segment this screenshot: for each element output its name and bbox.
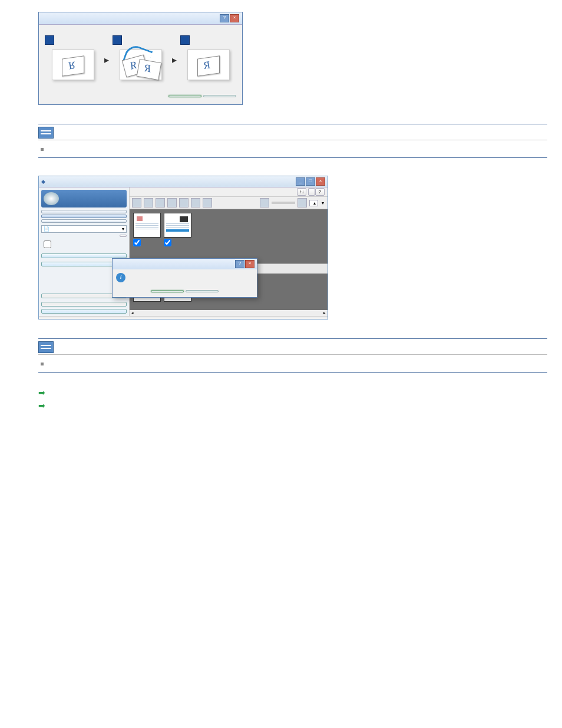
tool-icon[interactable] xyxy=(156,198,165,207)
help-icon[interactable]: ? xyxy=(235,260,244,268)
arrow-icon: ▸ xyxy=(104,54,109,65)
close-icon[interactable]: × xyxy=(245,260,254,268)
arrow-icon: ▸ xyxy=(172,54,177,65)
ok-button[interactable] xyxy=(168,95,201,97)
doctype-combo[interactable]: 📄 ▾ xyxy=(41,225,127,233)
thumbnail-area xyxy=(130,209,328,263)
note-icon xyxy=(38,341,54,353)
info-icon: i xyxy=(116,273,125,282)
thumbnail-2[interactable] xyxy=(164,213,190,246)
minimize-icon[interactable]: _ xyxy=(296,177,305,186)
step-badge-3 xyxy=(180,35,190,45)
maximize-icon[interactable]: □ xyxy=(306,177,315,186)
step-badge-1 xyxy=(45,35,54,45)
specify-button[interactable] xyxy=(120,235,127,237)
step-badge-2 xyxy=(113,35,122,45)
duplex-step-3: R xyxy=(180,35,236,84)
scan-complete-dialog: ? × i xyxy=(112,258,257,298)
diagram-1: R xyxy=(52,50,94,80)
manual-duplex-dialog: ? × R ▸ R xyxy=(38,12,243,105)
grid-icon[interactable] xyxy=(297,198,307,207)
sc-exit-button[interactable] xyxy=(186,290,219,292)
cancel-button[interactable] xyxy=(203,95,236,97)
tab-platen[interactable] xyxy=(41,210,127,213)
sc-scan-button[interactable] xyxy=(151,290,184,292)
help-icon[interactable]: ? xyxy=(220,14,229,22)
content-area: ↑↓ ? xyxy=(130,187,328,316)
thumbnail-1[interactable] xyxy=(133,213,160,246)
tool-icon[interactable] xyxy=(144,198,153,207)
note-item xyxy=(50,144,547,154)
save-pdf-button[interactable] xyxy=(41,302,127,307)
close-icon[interactable]: × xyxy=(230,14,239,22)
app-titlebar: ◆ _ □ × xyxy=(39,176,328,187)
sort-combo[interactable]: ▴ xyxy=(309,200,318,206)
scanner-icon xyxy=(44,192,59,205)
use-driver-checkbox[interactable] xyxy=(41,239,127,250)
diagram-3: R xyxy=(187,50,230,80)
note-box-8 xyxy=(38,124,547,158)
duplex-step-2: R R xyxy=(113,35,168,84)
preferences-button[interactable] xyxy=(308,188,315,196)
diagram-2: R R xyxy=(120,50,162,80)
tool-icon[interactable] xyxy=(132,198,141,207)
sort-toggle[interactable]: ↑↓ xyxy=(297,188,306,196)
status-bar xyxy=(39,316,328,319)
tab-adf[interactable] xyxy=(41,215,127,218)
slider-icon[interactable] xyxy=(260,198,269,207)
zoom-slider[interactable] xyxy=(272,202,295,204)
mp-navigator-window: ◆ _ □ × 📄 ▾ xyxy=(38,176,328,319)
duplex-step-1: R xyxy=(45,35,101,84)
note-icon xyxy=(38,127,54,139)
tool-icon[interactable] xyxy=(167,198,177,207)
scan-import-header xyxy=(41,190,127,207)
scan-button[interactable] xyxy=(41,253,127,258)
jump-main-menu-button[interactable] xyxy=(41,309,127,314)
note-box-10 xyxy=(38,338,547,373)
arrow-right-icon: ➡ xyxy=(38,388,45,397)
hscrollbar[interactable]: ◂ ▸ xyxy=(130,310,328,316)
tool-icon[interactable] xyxy=(191,198,200,207)
zoom-in-icon[interactable] xyxy=(203,198,212,207)
dialog-titlebar: ? × xyxy=(39,12,242,25)
tool-icon[interactable] xyxy=(179,198,189,207)
close-icon[interactable]: × xyxy=(316,177,325,186)
arrow-right-icon: ➡ xyxy=(38,401,45,410)
toolbar: ▴ ▾ xyxy=(130,197,328,209)
tab-memory-card[interactable] xyxy=(41,219,127,223)
help-button[interactable]: ? xyxy=(315,188,325,196)
note-item xyxy=(50,358,547,368)
